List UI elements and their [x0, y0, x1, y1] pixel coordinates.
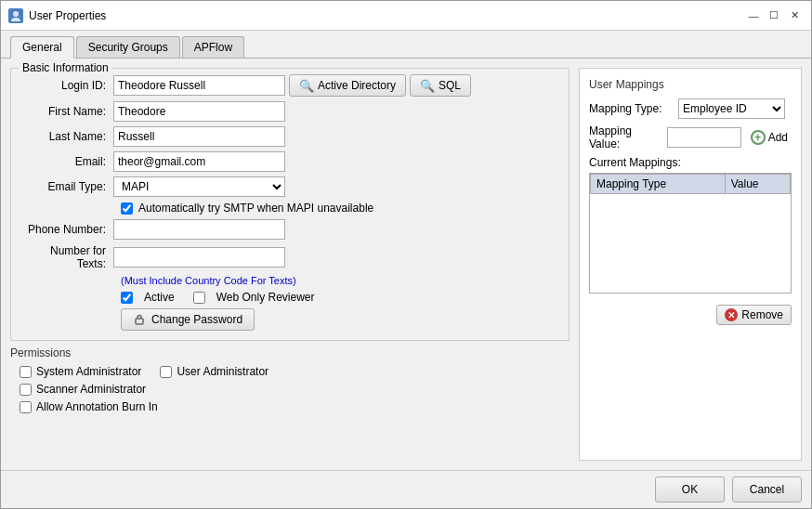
email-input[interactable] [113, 151, 285, 172]
titlebar: User Properties — ☐ ✕ [1, 1, 811, 31]
user-admin-checkbox[interactable] [160, 366, 172, 378]
permissions-row-3: Allow Annotation Burn In [10, 400, 570, 413]
scanner-admin-label: Scanner Administrator [36, 383, 146, 396]
texts-label: Number for Texts: [20, 244, 113, 270]
tab-security-groups[interactable]: Security Groups [76, 36, 180, 58]
last-name-label: Last Name: [20, 130, 113, 143]
active-checkbox[interactable] [121, 292, 133, 304]
basic-info-title: Basic Information [19, 61, 112, 74]
sql-button[interactable]: 🔍 SQL [410, 74, 471, 97]
close-button[interactable]: ✕ [785, 7, 804, 25]
maximize-button[interactable]: ☐ [765, 7, 783, 25]
tab-bar: General Security Groups APFlow [1, 31, 811, 59]
permissions-section: Permissions System Administrator User Ad… [10, 346, 570, 413]
email-type-row: Email Type: MAPI SMTP [20, 176, 559, 197]
ad-sql-buttons: 🔍 Active Directory 🔍 SQL [289, 74, 471, 97]
search-icon: 🔍 [299, 79, 314, 93]
basic-info-section: Basic Information Login ID: 🔍 Active Dir… [10, 68, 570, 341]
footer: OK Cancel [1, 470, 811, 508]
system-admin-label: System Administrator [36, 365, 141, 378]
svg-rect-1 [136, 319, 143, 324]
cancel-button[interactable]: Cancel [732, 476, 802, 502]
col-mapping-type: Mapping Type [591, 175, 726, 194]
last-name-row: Last Name: [20, 126, 559, 147]
app-icon [8, 8, 23, 23]
texts-input[interactable] [113, 247, 285, 268]
permissions-row-2: Scanner Administrator [10, 383, 570, 396]
titlebar-left: User Properties [8, 8, 106, 23]
country-code-note: (Must Include Country Code For Texts) [121, 275, 559, 286]
left-panel: Basic Information Login ID: 🔍 Active Dir… [10, 68, 570, 461]
phone-input[interactable] [113, 219, 285, 240]
add-icon: + [751, 130, 766, 145]
first-name-label: First Name: [20, 105, 113, 118]
right-panel: User Mappings Mapping Type: Employee ID … [579, 68, 802, 461]
mapping-value-label: Mapping Value: [589, 124, 661, 150]
mapping-table: Mapping Type Value [590, 174, 791, 194]
remove-mapping-button[interactable]: ✕ Remove [716, 305, 792, 325]
tab-general[interactable]: General [10, 36, 74, 59]
web-only-label: Web Only Reviewer [216, 291, 315, 304]
user-mappings-section: User Mappings Mapping Type: Employee ID … [579, 68, 802, 461]
add-mapping-button[interactable]: + Add [747, 128, 792, 147]
email-type-select[interactable]: MAPI SMTP [113, 176, 285, 197]
search-icon-2: 🔍 [420, 79, 435, 93]
web-only-checkbox[interactable] [193, 292, 205, 304]
permissions-row-1: System Administrator User Administrator [10, 365, 570, 378]
system-admin-item: System Administrator [20, 365, 141, 378]
col-value: Value [725, 175, 790, 194]
main-area: Basic Information Login ID: 🔍 Active Dir… [10, 68, 802, 461]
scanner-admin-item: Scanner Administrator [20, 383, 146, 396]
phone-row: Phone Number: [20, 219, 559, 240]
active-web-row: Active Web Only Reviewer [121, 291, 559, 304]
titlebar-controls: — ☐ ✕ [744, 7, 804, 25]
change-password-button[interactable]: Change Password [121, 308, 255, 331]
user-admin-label: User Administrator [177, 365, 268, 378]
scanner-admin-checkbox[interactable] [20, 384, 32, 396]
svg-point-0 [13, 11, 19, 17]
active-label: Active [144, 291, 175, 304]
active-directory-button[interactable]: 🔍 Active Directory [289, 74, 406, 97]
user-properties-window: User Properties — ☐ ✕ General Security G… [0, 0, 812, 509]
first-name-row: First Name: [20, 101, 559, 122]
current-mappings-label: Current Mappings: [589, 156, 792, 169]
main-content: Basic Information Login ID: 🔍 Active Dir… [1, 59, 811, 470]
email-label: Email: [20, 155, 113, 168]
login-id-input[interactable] [113, 75, 285, 96]
smtp-checkbox-row: Automatically try SMTP when MAPI unavail… [121, 202, 559, 215]
login-id-label: Login ID: [20, 79, 113, 92]
last-name-input[interactable] [113, 126, 285, 147]
smtp-checkbox[interactable] [121, 202, 133, 215]
mapping-type-select[interactable]: Employee ID Username Email [678, 98, 785, 119]
ok-button[interactable]: OK [655, 476, 725, 502]
permissions-title: Permissions [10, 346, 570, 359]
email-type-label: Email Type: [20, 180, 113, 193]
burn-in-checkbox[interactable] [20, 401, 32, 413]
user-admin-item: User Administrator [160, 365, 268, 378]
email-row: Email: [20, 151, 559, 172]
mapping-type-row: Mapping Type: Employee ID Username Email [589, 98, 792, 119]
tab-apflow[interactable]: APFlow [182, 36, 244, 58]
phone-label: Phone Number: [20, 223, 113, 236]
system-admin-checkbox[interactable] [20, 366, 32, 378]
user-mappings-title: User Mappings [589, 78, 792, 91]
mapping-value-row: Mapping Value: + Add [589, 124, 792, 150]
login-id-row: Login ID: 🔍 Active Directory 🔍 SQL [20, 74, 559, 97]
remove-icon: ✕ [725, 308, 738, 321]
minimize-button[interactable]: — [744, 7, 763, 25]
mapping-type-label: Mapping Type: [589, 102, 673, 115]
burn-in-label: Allow Annotation Burn In [36, 400, 158, 413]
lock-icon [133, 313, 146, 326]
mapping-value-input[interactable] [667, 127, 741, 148]
first-name-input[interactable] [113, 101, 285, 122]
remove-btn-area: ✕ Remove [589, 299, 792, 325]
smtp-label: Automatically try SMTP when MAPI unavail… [138, 202, 373, 215]
window-title: User Properties [29, 9, 106, 22]
mapping-table-wrapper: Mapping Type Value [589, 173, 792, 294]
texts-row: Number for Texts: [20, 244, 559, 270]
burn-in-item: Allow Annotation Burn In [20, 400, 158, 413]
